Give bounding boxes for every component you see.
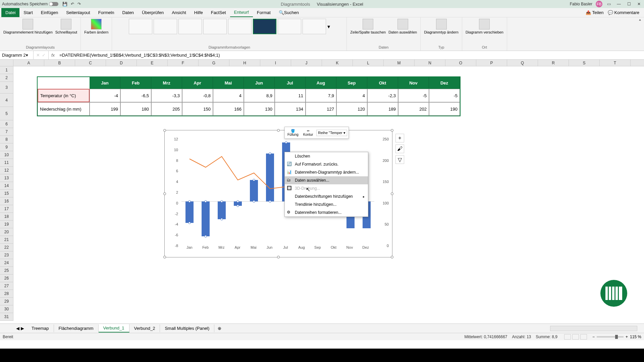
menu-search[interactable]: 🔍 Suchen [275,8,303,17]
precip-jun[interactable]: 130 [244,102,275,116]
ctx-add-trendline[interactable]: Trendlinie hinzufügen... [285,200,368,208]
row-6[interactable]: 6 [0,120,13,128]
ctx-select-data[interactable]: 🗂Daten auswählen... [285,176,368,184]
precip-nov[interactable]: 202 [398,102,429,116]
precip-mai[interactable]: 166 [213,102,244,116]
menu-format[interactable]: Format [253,8,275,17]
col-F[interactable]: F [168,60,199,66]
user-avatar[interactable]: FB [596,1,602,7]
tab-small-multiples[interactable]: Small Multiples (Panel) [160,324,214,332]
precip-okt[interactable]: 189 [367,102,398,116]
page-break-view-button[interactable] [580,334,587,340]
month-dez[interactable]: Dez [429,77,460,89]
month-apr[interactable]: Apr [182,77,213,89]
resize-handle[interactable] [277,256,280,258]
teilen-button[interactable]: 📤 Teilen [586,10,604,15]
minimize-icon[interactable]: — [616,2,622,6]
quick-layout-button[interactable]: Schnelllayout [55,19,77,34]
menu-seitenlayout[interactable]: Seitenlayout [62,8,94,17]
zoom-level[interactable]: 115 % [630,335,641,339]
select-data-button[interactable]: Daten auswählen [388,19,417,34]
close-icon[interactable]: ✕ [636,2,642,6]
col-R[interactable]: R [538,60,569,66]
normal-view-button[interactable] [564,334,571,340]
maximize-icon[interactable]: ☐ [626,2,632,6]
precip-feb[interactable]: 180 [120,102,151,116]
change-colors-button[interactable]: Farben ändern [84,19,108,34]
precip-aug[interactable]: 127 [306,102,336,116]
row-1[interactable]: 1 [0,66,13,74]
menu-datei[interactable]: Datei [1,8,19,17]
month-mrz[interactable]: Mrz [151,77,182,89]
tab-treemap[interactable]: Treemap [27,324,54,332]
month-jan[interactable]: Jan [90,77,120,89]
menu-factset[interactable]: FactSet [207,8,230,17]
autosave-toggle[interactable] [49,2,58,6]
chart-style-3[interactable] [178,19,202,34]
tab-verbund1[interactable]: Verbund_1 [99,324,129,333]
month-jul[interactable]: Jul [275,77,306,89]
outline-button[interactable]: ✏Kontur [302,128,314,137]
series-selector[interactable]: Reihe "Temper ▾ [316,130,347,136]
zoom-slider[interactable] [597,336,624,338]
chart-style-1[interactable] [129,19,152,34]
precip-mrz[interactable]: 205 [151,102,182,116]
ribbon-options-icon[interactable]: ▭ [606,2,612,6]
col-G[interactable]: G [199,60,229,66]
enter-formula-icon[interactable]: ✓ [42,53,46,58]
menu-entwurf[interactable]: Entwurf [230,8,253,17]
resize-handle[interactable] [391,192,393,195]
precip-apr[interactable]: 150 [182,102,213,116]
month-nov[interactable]: Nov [398,77,429,89]
tab-flachendiagramm[interactable]: Flächendiagramm [54,324,99,332]
chart-elements-button[interactable]: + [395,134,404,142]
menu-einfugen[interactable]: Einfügen [37,8,62,17]
row-4[interactable]: 4 [0,94,13,107]
cancel-formula-icon[interactable]: ✕ [36,53,40,58]
temp-feb[interactable]: -6,5 [120,89,151,102]
chart-style-2[interactable] [154,19,177,34]
col-L[interactable]: L [353,60,384,66]
ctx-add-labels[interactable]: Datenbeschriftungen hinzufügen▸ [285,192,368,200]
menu-start[interactable]: Start [19,8,37,17]
col-K[interactable]: K [322,60,353,66]
menu-ansicht[interactable]: Ansicht [168,8,190,17]
resize-handle[interactable] [163,129,166,132]
chart-styles-button[interactable]: 🖌 [395,144,404,153]
chart-style-7[interactable] [278,19,301,34]
horizontal-scrollbar[interactable] [550,326,637,331]
temp-jul[interactable]: 11 [275,89,306,102]
ctx-format-series[interactable]: ⚙Datenreihen formatieren... [285,208,368,217]
chart-filter-button[interactable]: ▽ [395,155,404,164]
month-aug[interactable]: Aug [306,77,336,89]
chart-style-4[interactable] [203,19,227,34]
month-mai[interactable]: Mai [213,77,244,89]
col-D[interactable]: D [106,60,137,66]
name-box[interactable]: Diagramm 2 ▾ [0,51,34,59]
temp-mai[interactable]: 4 [213,89,244,102]
chart-style-6[interactable] [253,19,276,34]
x-axis[interactable]: JanFebMrzAprMaiJunJulAugSepOktNovDez [181,245,374,250]
precip-dez[interactable]: 190 [429,102,460,116]
menu-hilfe[interactable]: Hilfe [190,8,207,17]
col-C[interactable]: C [75,60,106,66]
col-H[interactable]: H [229,60,260,66]
undo-icon[interactable]: ↶ [71,2,74,6]
temp-apr[interactable]: -0,8 [182,89,213,102]
precip-jan[interactable]: 199 [90,102,120,116]
menu-formeln[interactable]: Formeln [94,8,118,17]
y-axis-secondary[interactable]: 250200150100500 [377,137,389,244]
col-E[interactable]: E [137,60,168,66]
switch-row-col-button[interactable]: Zeile/Spalte tauschen [350,19,386,34]
col-J[interactable]: J [291,60,322,66]
temp-label[interactable]: Temperatur (in °C) [38,89,90,102]
resize-handle[interactable] [163,256,166,258]
ctx-change-type[interactable]: 📊Datenreihen-Diagrammtyp ändern... [285,168,368,176]
temp-nov[interactable]: -5 [398,89,429,102]
tab-prev-icon[interactable]: ◀ [16,326,19,331]
temp-jun[interactable]: 8,9 [244,89,275,102]
row-5[interactable]: 5 [0,107,13,120]
col-P[interactable]: P [476,60,507,66]
precip-label[interactable]: Niederschlag (in mm) [38,102,90,116]
y-axis-primary[interactable]: 121086420-2-4-6-8 [170,137,178,244]
